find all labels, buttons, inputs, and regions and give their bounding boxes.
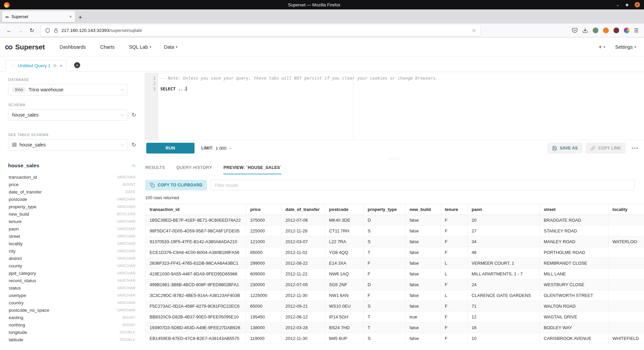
- new-tab-button[interactable]: +: [78, 14, 82, 20]
- sql-editor[interactable]: 1 2 3 -- Note: Unless you save your quer…: [145, 73, 644, 140]
- column-header-transaction-id[interactable]: transaction_id: [146, 204, 246, 215]
- table-select[interactable]: house_sales: [8, 139, 127, 150]
- column-header-paon[interactable]: paon: [468, 204, 540, 215]
- bookmark-star-icon[interactable]: ☆: [472, 28, 476, 34]
- tab-query-history[interactable]: QUERY HISTORY: [176, 165, 212, 174]
- column-header-property-type[interactable]: property_type: [364, 204, 406, 215]
- column-header-locality[interactable]: locality: [608, 204, 644, 215]
- cell-postcode: IP14 5GH: [325, 312, 364, 322]
- line-number: 2: [145, 81, 156, 86]
- header-right: +▾ Settings▾: [599, 44, 636, 50]
- cell-paon: 27: [468, 226, 540, 236]
- cell-locality: [608, 258, 644, 268]
- refresh-schema-icon[interactable]: ↻: [131, 112, 136, 118]
- cell-price: 121000: [246, 236, 281, 247]
- reload-button[interactable]: ↻: [27, 26, 37, 36]
- nav-charts[interactable]: Charts: [100, 44, 116, 50]
- save-as-button[interactable]: SAVE AS: [547, 143, 582, 154]
- collapse-table-icon[interactable]: [132, 165, 136, 168]
- editor-code-area[interactable]: -- Note: Unless you save your query, the…: [158, 73, 644, 140]
- window-maximize-icon[interactable]: ◆: [626, 3, 629, 7]
- cell-new-build: false: [406, 236, 441, 247]
- database-label: DATABASE: [8, 78, 140, 82]
- extension-icon-1[interactable]: [593, 28, 598, 33]
- cell-street: CARISBROOK AVENUE: [540, 333, 608, 344]
- cell-postcode: BS24 7HD: [325, 322, 364, 333]
- extension-badger-icon[interactable]: [603, 28, 609, 33]
- limit-dropdown[interactable]: LIMIT: 1 000: [201, 146, 231, 151]
- nav-dashboards[interactable]: Dashboards: [60, 44, 88, 50]
- window-close-icon[interactable]: ×: [635, 2, 640, 7]
- cell-street: BRADGATE ROAD: [540, 215, 608, 225]
- schema-column-row: paon VARCHAR: [8, 225, 136, 232]
- column-header-price[interactable]: price: [246, 204, 281, 215]
- column-header-street[interactable]: street: [540, 204, 608, 215]
- nav-sql-lab[interactable]: SQL Lab▾: [129, 44, 151, 50]
- sql-keyword: SELECT: [160, 86, 175, 91]
- query-tab-close-icon[interactable]: ×: [60, 63, 63, 68]
- database-select[interactable]: trino Trino warehouse: [8, 84, 127, 95]
- forward-button[interactable]: →: [15, 26, 25, 36]
- column-header-date-of-transfer[interactable]: date_of_transfer: [281, 204, 325, 215]
- cell-new-build: false: [406, 290, 441, 301]
- table-row: 193907D3-5DBD-453D-A49E-9FEE27DAB926 138…: [145, 322, 644, 333]
- column-type: DATE: [125, 190, 136, 194]
- browser-tab-superset[interactable]: ∞ Superset ×: [2, 11, 75, 22]
- table-schema-label: SEE TABLE SCHEMA: [8, 133, 140, 137]
- run-button[interactable]: RUN: [146, 143, 195, 154]
- column-type: BIGINT: [123, 323, 136, 327]
- shield-icon[interactable]: [45, 28, 50, 33]
- superset-logo[interactable]: ∞ Superset: [5, 42, 45, 51]
- url-bar[interactable]: 217.160.120.143:32393/superset/sqllab/ ☆: [41, 25, 480, 36]
- copy-to-clipboard-button[interactable]: COPY TO CLIPBOARD: [145, 180, 207, 190]
- add-new-menu[interactable]: +▾: [599, 44, 605, 50]
- column-name: city: [9, 249, 15, 254]
- settings-menu[interactable]: Settings▾: [615, 44, 636, 50]
- copy-link-button[interactable]: COPY LINK: [586, 143, 626, 154]
- query-tab-active[interactable]: ⋮⋮ Untitled Query 1 ×: [5, 60, 67, 72]
- results-grid: transaction_id price date_of_transfer po…: [145, 204, 644, 350]
- results-grid-header: transaction_id price date_of_transfer po…: [145, 204, 644, 215]
- column-type: VARCHAR: [117, 293, 136, 297]
- cell-property-type: F: [364, 269, 406, 279]
- cell-property-type: S: [364, 226, 406, 236]
- refresh-table-icon[interactable]: ↻: [131, 142, 136, 148]
- nav-data[interactable]: Data▾: [164, 44, 177, 50]
- tab-close-icon[interactable]: ×: [69, 14, 72, 19]
- extension-icon-2[interactable]: [613, 28, 619, 33]
- downloads-icon[interactable]: [582, 28, 588, 33]
- caret-down-icon: ▾: [176, 45, 177, 49]
- resize-handle[interactable]: [145, 156, 644, 161]
- back-button[interactable]: ←: [4, 26, 14, 36]
- cell-transaction-id: F5C273AC-0D2A-458F-8279-9C61F0C22EC6: [146, 301, 246, 311]
- hamburger-menu-icon[interactable]: ☰: [634, 28, 639, 34]
- cell-postcode: L22 7RA: [325, 236, 364, 247]
- column-name: date_of_transfer: [9, 189, 42, 194]
- column-header-postcode[interactable]: postcode: [325, 204, 364, 215]
- column-header-tenure[interactable]: tenure: [441, 204, 468, 215]
- lock-icon[interactable]: [53, 28, 58, 33]
- add-query-tab-button[interactable]: +: [74, 62, 80, 68]
- table-row: 2636F323-FF41-4765-81DB-98CAA6A43BC1 299…: [145, 258, 644, 269]
- column-name: longitude: [9, 330, 27, 335]
- link-icon: [590, 146, 595, 151]
- pocket-icon[interactable]: [572, 28, 578, 33]
- schema-column-row: usertype VARCHAR: [8, 292, 136, 299]
- extension-icon-3[interactable]: [624, 28, 630, 33]
- tab-results[interactable]: RESULTS: [145, 165, 165, 174]
- window-shade-icon[interactable]: ⌄: [616, 3, 620, 7]
- filter-results-input[interactable]: [210, 180, 635, 190]
- more-options-icon[interactable]: •••: [632, 145, 639, 151]
- cell-tenure: F: [441, 301, 468, 311]
- cell-transaction-id: EB1459EB-67ED-47C8-B2E7-A38143AB5575: [146, 333, 246, 344]
- cell-transaction-id: 98F5DC47-0D05-4D59-95B7-98CA6F1FDE05: [146, 226, 246, 236]
- table-schema-header: house_sales: [8, 163, 136, 169]
- editor-toolbar: RUN LIMIT: 1 000 SAVE AS COPY LINK •••: [145, 140, 644, 156]
- cell-paon: 71: [468, 301, 540, 311]
- drag-handle-icon[interactable]: ⋮⋮: [10, 63, 14, 68]
- column-header-new-build[interactable]: new_build: [406, 204, 441, 215]
- schema-select[interactable]: house_sales: [8, 109, 127, 121]
- tab-preview-house-sales[interactable]: PREVIEW: `HOUSE_SALES`: [223, 165, 281, 174]
- window-controls: ⌄ ◆ ×: [616, 2, 640, 7]
- editor-pane: 1 2 3 -- Note: Unless you save your quer…: [145, 72, 644, 350]
